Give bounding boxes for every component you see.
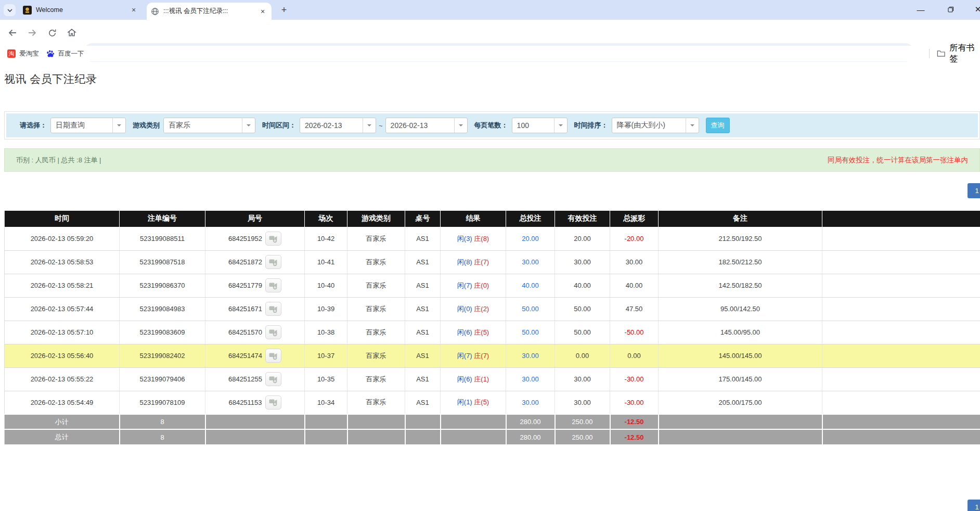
tab-welcome[interactable]: Welcome × (19, 0, 143, 20)
new-tab-button[interactable]: + (278, 4, 290, 16)
divider (929, 49, 930, 58)
cell-note: 95.00/142.50 (659, 297, 822, 321)
cell-result: 闲(6) 庄(1) (441, 367, 506, 391)
query-type-select[interactable]: 日期查询 (50, 118, 126, 133)
globe-favicon (151, 7, 159, 16)
dropdown-arrow-icon (554, 118, 567, 133)
grand-total-row: 总计8280.00250.00-12.50 (5, 429, 980, 444)
date-to-select[interactable]: 2026-02-13 (385, 118, 468, 133)
cell-filler (822, 391, 980, 414)
forward-button[interactable] (26, 27, 38, 39)
cell-table-no: AS1 (405, 391, 441, 414)
cell-game-type: 百家乐 (347, 367, 405, 391)
page-size-label: 每页笔数： (474, 121, 508, 130)
video-replay-button[interactable] (265, 278, 281, 292)
pagination-page-1-bottom[interactable]: 1 (968, 500, 980, 511)
cell-filler (822, 321, 980, 344)
cell-time: 2026-02-13 05:57:44 (5, 297, 120, 321)
table-row: 2026-02-13 05:59:20523199088511684251952… (5, 227, 980, 250)
cell-time: 2026-02-13 05:59:20 (5, 227, 120, 250)
cell-round: 684251153 (205, 391, 305, 414)
cell-payout: 40.00 (610, 274, 659, 297)
search-button[interactable]: 查询 (706, 118, 730, 133)
home-button[interactable] (66, 27, 78, 39)
bookmark-label: 爱淘宝 (19, 49, 39, 58)
chevron-down-icon (7, 7, 13, 14)
cell-table-no: AS1 (405, 321, 441, 344)
sort-value: 降幂(由大到小) (612, 118, 686, 133)
table-row: 2026-02-13 05:57:10523199083609684251570… (5, 321, 980, 344)
taobao-icon: 淘 (7, 49, 16, 58)
back-arrow-icon (7, 28, 18, 38)
column-header: 局号 (205, 211, 305, 227)
cell-valid-bet: 50.00 (555, 321, 610, 344)
column-header: 时间 (5, 211, 120, 227)
window-minimize-button[interactable]: — (909, 0, 932, 19)
cell-table-no: AS1 (405, 274, 441, 297)
folder-icon (937, 49, 945, 58)
cell-session: 10-37 (305, 344, 347, 367)
table-row: 2026-02-13 05:58:21523199086370684251779… (5, 274, 980, 297)
bookmark-baidu[interactable]: 百度一下 (46, 49, 84, 58)
sum-payout: -12.50 (610, 429, 659, 444)
video-replay-button[interactable] (265, 372, 281, 386)
cell-bet-id: 523199087518 (120, 250, 205, 274)
restore-icon (948, 6, 954, 12)
valid-bet-notice-text: 同局有效投注，统一计算在该局第一张注单内 (828, 156, 968, 165)
sum-empty (659, 414, 822, 429)
result-player: 闲(6) (457, 328, 472, 336)
tab-bet-record[interactable]: :::视讯 会员下注纪录::: × (147, 3, 272, 20)
cell-total-bet: 50.00 (506, 321, 555, 344)
tab-search-button[interactable] (4, 4, 16, 16)
window-close-button[interactable]: ✕ (966, 0, 980, 19)
video-replay-button[interactable] (265, 349, 281, 363)
cell-bet-id: 523199086370 (120, 274, 205, 297)
tab-close-icon[interactable]: × (258, 7, 267, 16)
page-size-select[interactable]: 100 (512, 118, 568, 133)
cell-total-bet: 30.00 (506, 250, 555, 274)
cell-session: 10-39 (305, 297, 347, 321)
sum-empty (405, 414, 441, 429)
sum-empty (659, 429, 822, 444)
column-header: 注单编号 (120, 211, 205, 227)
game-type-select[interactable]: 百家乐 (163, 118, 255, 133)
bookmark-aitaobao[interactable]: 淘 爱淘宝 (7, 49, 39, 58)
video-replay-button[interactable] (265, 302, 281, 316)
video-replay-icon (269, 398, 278, 406)
video-replay-button[interactable] (265, 395, 281, 410)
bet-record-table-wrap: 时间注单编号局号场次游戏类别桌号结果总投注有效投注总派彩备注 2026-02-1… (4, 211, 980, 444)
video-replay-button[interactable] (265, 325, 281, 339)
date-from-select[interactable]: 2026-02-13 (300, 118, 376, 133)
cell-note: 145.00/145.00 (659, 344, 822, 367)
table-row: 2026-02-13 05:55:22523199079406684251255… (5, 367, 980, 391)
sum-empty (347, 429, 405, 444)
video-replay-button[interactable] (265, 232, 281, 246)
sum-valid-bet: 250.00 (555, 414, 610, 429)
round-number: 684251952 (228, 235, 262, 242)
all-bookmarks[interactable]: 所有书签 (929, 46, 980, 61)
back-button[interactable] (6, 27, 19, 39)
tab-title: :::视讯 会员下注纪录::: (163, 7, 258, 16)
sum-empty (441, 414, 506, 429)
sum-total-bet: 280.00 (506, 429, 555, 444)
cell-bet-id: 523199079406 (120, 367, 205, 391)
cell-total-bet: 30.00 (506, 367, 555, 391)
tab-close-icon[interactable]: × (129, 5, 138, 15)
cell-game-type: 百家乐 (347, 250, 405, 274)
table-header-row: 时间注单编号局号场次游戏类别桌号结果总投注有效投注总派彩备注 (5, 211, 980, 227)
home-icon (67, 28, 77, 38)
pagination-page-1-top[interactable]: 1 (968, 183, 980, 198)
filter-panel: 请选择： 日期查询 游戏类别 百家乐 时间区间： 2026-02-13 ~ 20… (4, 111, 980, 139)
bet-table-body: 2026-02-13 05:59:20523199088511684251952… (5, 227, 980, 444)
cell-session: 10-35 (305, 367, 347, 391)
result-player: 闲(7) (457, 282, 472, 289)
video-replay-button[interactable] (265, 255, 281, 269)
baidu-paw-icon (46, 49, 55, 58)
cell-payout: -20.00 (610, 227, 659, 250)
refresh-button[interactable] (46, 27, 58, 39)
cell-note: 175.00/145.00 (659, 367, 822, 391)
cell-round: 684251779 (205, 274, 305, 297)
sort-select[interactable]: 降幂(由大到小) (612, 118, 699, 133)
window-restore-button[interactable] (939, 0, 962, 19)
sum-count: 8 (120, 414, 205, 429)
